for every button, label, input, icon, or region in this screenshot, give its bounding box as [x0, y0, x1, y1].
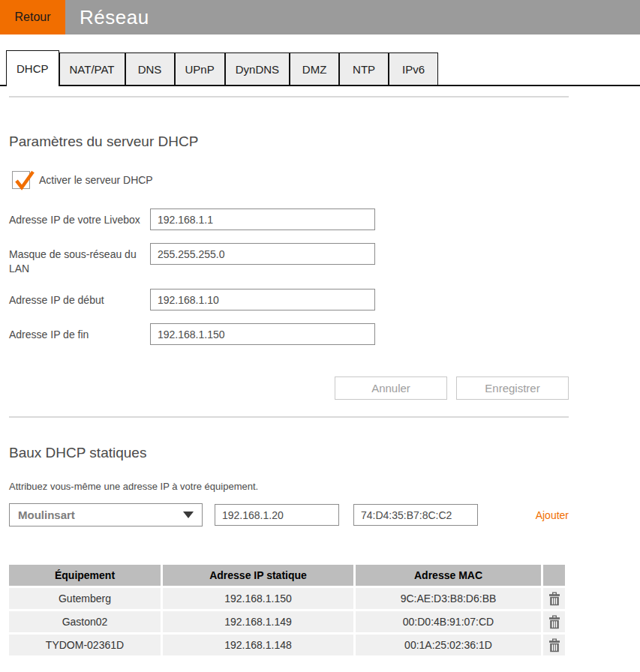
lease-mac-input[interactable] — [353, 504, 478, 526]
cell-mac: 9C:AE:D3:B8:D6:BB — [356, 588, 541, 609]
device-select[interactable]: Moulinsart — [9, 503, 203, 526]
livebox-ip-label: Adresse IP de votre Livebox — [9, 208, 150, 230]
start-ip-input[interactable] — [150, 289, 375, 310]
enable-dhcp-row: Activer le serveur DHCP — [12, 171, 569, 189]
divider — [9, 416, 569, 418]
col-header-mac: Adresse MAC — [356, 565, 541, 586]
dhcp-form: Adresse IP de votre Livebox Masque de so… — [9, 208, 569, 345]
checkmark-icon — [14, 169, 36, 191]
tab-ipv6[interactable]: IPv6 — [389, 52, 438, 85]
tab-dhcp[interactable]: DHCP — [6, 50, 59, 86]
cell-device: Gaston02 — [9, 611, 161, 632]
tab-upnp[interactable]: UPnP — [175, 52, 225, 85]
end-ip-input[interactable] — [150, 323, 375, 345]
livebox-ip-input[interactable] — [150, 208, 375, 230]
col-header-ip: Adresse IP statique — [163, 565, 353, 586]
cell-ip: 192.168.1.148 — [163, 634, 353, 656]
form-row-start-ip: Adresse IP de début — [9, 289, 569, 310]
cell-mac: 00:D0:4B:91:07:CD — [356, 611, 541, 632]
chevron-down-icon — [183, 512, 194, 518]
delete-lease-button[interactable] — [548, 638, 560, 652]
trash-icon — [548, 638, 560, 652]
dhcp-section-title: Paramètres du serveur DHCP — [9, 134, 569, 150]
enable-dhcp-label: Activer le serveur DHCP — [39, 174, 153, 186]
table-row: Gaston02 192.168.1.149 00:D0:4B:91:07:CD — [9, 611, 565, 632]
leases-table: Équipement Adresse IP statique Adresse M… — [9, 565, 565, 656]
start-ip-label: Adresse IP de début — [9, 289, 150, 310]
tab-dns[interactable]: DNS — [125, 52, 175, 85]
trash-icon — [548, 615, 560, 629]
cancel-button[interactable]: Annuler — [335, 376, 447, 400]
tab-ntp[interactable]: NTP — [339, 52, 389, 85]
table-header-row: Équipement Adresse IP statique Adresse M… — [9, 565, 565, 586]
back-button[interactable]: Retour — [0, 0, 65, 34]
lease-controls: Moulinsart Ajouter — [9, 503, 569, 526]
tab-dmz[interactable]: DMZ — [290, 52, 339, 85]
lease-ip-input[interactable] — [215, 504, 339, 526]
end-ip-label: Adresse IP de fin — [9, 323, 150, 345]
dhcp-actions: Annuler Enregistrer — [9, 376, 569, 400]
page-title: Réseau — [80, 0, 149, 34]
tab-nat-pat[interactable]: NAT/PAT — [59, 52, 125, 85]
form-row-livebox-ip: Adresse IP de votre Livebox — [9, 208, 569, 230]
add-lease-link[interactable]: Ajouter — [536, 509, 569, 521]
form-row-end-ip: Adresse IP de fin — [9, 323, 569, 345]
trash-icon — [548, 592, 560, 606]
save-button[interactable]: Enregistrer — [456, 376, 569, 400]
col-header-actions — [543, 565, 565, 586]
cell-device: TYDOM-02361D — [9, 634, 161, 656]
cell-mac: 00:1A:25:02:36:1D — [356, 634, 541, 656]
netmask-input[interactable] — [150, 243, 375, 265]
cell-ip: 192.168.1.150 — [163, 588, 353, 609]
table-row: Gutemberg 192.168.1.150 9C:AE:D3:B8:D6:B… — [9, 588, 565, 609]
enable-dhcp-checkbox[interactable] — [12, 171, 30, 189]
cell-device: Gutemberg — [9, 588, 161, 609]
col-header-device: Équipement — [9, 565, 161, 586]
tab-bar: DHCP NAT/PAT DNS UPnP DynDNS DMZ NTP IPv… — [0, 50, 640, 86]
delete-lease-button[interactable] — [548, 615, 560, 629]
topbar: Retour Réseau — [0, 0, 640, 34]
delete-lease-button[interactable] — [548, 592, 560, 606]
netmask-label: Masque de sous-réseau du LAN — [9, 243, 150, 276]
divider — [9, 96, 569, 98]
table-row: TYDOM-02361D 192.168.1.148 00:1A:25:02:3… — [9, 634, 565, 656]
form-row-netmask: Masque de sous-réseau du LAN — [9, 243, 569, 276]
cell-ip: 192.168.1.149 — [163, 611, 353, 632]
leases-description: Attribuez vous-même une adresse IP à vot… — [9, 481, 569, 492]
device-select-value: Moulinsart — [18, 508, 75, 521]
tab-dyndns[interactable]: DynDNS — [225, 52, 290, 85]
leases-section-title: Baux DHCP statiques — [9, 445, 569, 461]
